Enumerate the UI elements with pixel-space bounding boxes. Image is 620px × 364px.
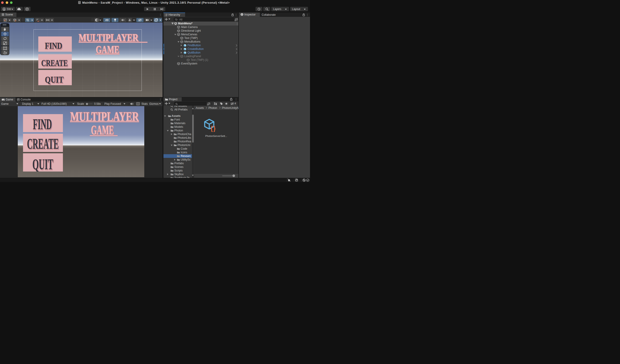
- svg-text:CREATE: CREATE: [27, 136, 59, 152]
- svg-text:GAME: GAME: [91, 123, 114, 135]
- svg-text:QUIT: QUIT: [45, 74, 63, 85]
- svg-text:MULTIPLAYER: MULTIPLAYER: [79, 32, 139, 43]
- svg-text:QUIT: QUIT: [32, 156, 54, 171]
- svg-text:GAME: GAME: [96, 44, 119, 55]
- svg-text:FIND: FIND: [45, 40, 62, 51]
- svg-text:MULTIPLAYER: MULTIPLAYER: [70, 109, 139, 122]
- svg-text:FIND: FIND: [33, 116, 52, 132]
- svg-text:CREATE: CREATE: [41, 58, 68, 68]
- svg-text:Y: Y: [27, 20, 29, 22]
